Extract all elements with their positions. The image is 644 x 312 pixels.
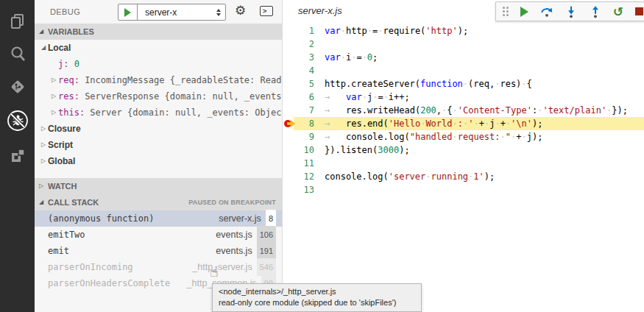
- line-number[interactable]: 6: [295, 91, 314, 104]
- code-line[interactable]: 2: [283, 38, 644, 51]
- code-line[interactable]: 1var·http·=·require('http');: [283, 24, 644, 38]
- line-number[interactable]: 7: [295, 104, 314, 117]
- glyph-margin[interactable]: [283, 91, 295, 104]
- variables-scope-row[interactable]: ▷Closure: [35, 121, 282, 137]
- code-line[interactable]: 4: [283, 64, 644, 77]
- watch-section-header[interactable]: ▷ WATCH: [35, 178, 282, 194]
- glyph-margin[interactable]: [283, 104, 295, 117]
- glyph-margin[interactable]: [283, 77, 295, 91]
- glyph-margin[interactable]: [283, 130, 295, 143]
- debug-toolbar: ↺: [495, 1, 644, 21]
- tooltip-note: read-only core module (skipped due to 's…: [219, 297, 415, 308]
- frame-file-name: _http_server.js: [192, 259, 252, 275]
- twistie-icon: ◢: [39, 194, 48, 210]
- variable-name: req:: [58, 75, 85, 85]
- variable-row[interactable]: ▷this: Server {domain: null, _events: Ob…: [35, 104, 282, 121]
- frame-function-name: emitTwo: [48, 227, 85, 243]
- files-icon[interactable]: [0, 12, 35, 32]
- launch-config-select[interactable]: server-x: [138, 7, 213, 18]
- frame-file-name: server-x.js: [219, 210, 261, 227]
- code-area[interactable]: 1var·http·=·require('http');23var·i·=·0;…: [283, 24, 644, 196]
- glyph-margin[interactable]: [283, 157, 295, 170]
- call-stack-frame[interactable]: (anonymous function)server-x.js8: [35, 210, 282, 227]
- variable-name: this:: [58, 107, 90, 118]
- code-text: var·i·=·0;: [325, 51, 378, 64]
- glyph-margin[interactable]: [283, 38, 295, 51]
- restart-button[interactable]: ↺: [613, 5, 623, 18]
- variables-section-header[interactable]: ◢ VARIABLES: [35, 24, 282, 40]
- watch-section-title: WATCH: [48, 178, 77, 194]
- code-text: →res.end('Hello·World·:·'·+·j·+·'\n');: [325, 117, 542, 130]
- extensions-icon[interactable]: [0, 146, 35, 166]
- call-stack-frame[interactable]: emitevents.js191: [35, 243, 282, 259]
- variable-row[interactable]: j: 0: [35, 56, 282, 72]
- variable-value: IncomingMessage {_readableState: Readabl…: [85, 75, 282, 85]
- code-line[interactable]: 11: [283, 157, 644, 170]
- step-into-button[interactable]: [565, 5, 578, 18]
- glyph-margin[interactable]: [283, 51, 295, 64]
- twistie-icon: ▷: [39, 178, 48, 194]
- debug-console-icon[interactable]: >: [260, 6, 273, 16]
- variables-scope-row[interactable]: ▷Global: [35, 153, 282, 169]
- start-debug-button[interactable]: [118, 4, 138, 20]
- line-number[interactable]: 5: [295, 77, 314, 91]
- launch-config-spinner-icon[interactable]: [213, 9, 225, 16]
- line-number[interactable]: 13: [295, 183, 314, 196]
- code-line[interactable]: 5http.createServer(function·(req,·res)·{: [283, 77, 644, 91]
- step-over-button[interactable]: [540, 5, 553, 18]
- glyph-margin[interactable]: [283, 183, 295, 196]
- code-line[interactable]: 10}).listen(3000);: [283, 143, 644, 157]
- code-line[interactable]: 7→res.writeHead(200,·{·'Content-Type':·'…: [283, 104, 644, 117]
- glyph-margin[interactable]: [283, 143, 295, 157]
- code-line[interactable]: 9→console.log("handled·request:·"·+·j);: [283, 130, 644, 143]
- call-stack-frame[interactable]: emitTwoevents.js106: [35, 227, 282, 243]
- variables-scope-row[interactable]: ◢Local: [35, 40, 282, 56]
- stop-button[interactable]: [634, 5, 644, 18]
- source-control-icon[interactable]: [0, 77, 35, 98]
- debug-icon[interactable]: [0, 109, 35, 132]
- line-number[interactable]: 10: [295, 143, 314, 157]
- code-line[interactable]: 3var·i·=·0;: [283, 51, 644, 64]
- tooltip-path: <node_internals>/_http_server.js: [219, 286, 415, 297]
- search-icon[interactable]: [0, 44, 35, 65]
- line-number[interactable]: 1: [295, 24, 314, 38]
- toolbar-drag-handle-icon[interactable]: [503, 7, 509, 16]
- code-text: console.log('server·running·1');: [325, 170, 495, 183]
- twistie-icon: ◢: [39, 40, 48, 56]
- frame-line-badge: 8: [266, 210, 276, 227]
- code-line[interactable]: 12console.log('server·running·1');: [283, 170, 644, 183]
- glyph-margin[interactable]: [283, 24, 295, 38]
- variable-value: Server {domain: null, _events: Object, …: [90, 107, 282, 118]
- configure-gear-icon[interactable]: ⚙: [235, 3, 246, 18]
- variables-scope-row[interactable]: ▷Script: [35, 137, 282, 153]
- frame-function-name: (anonymous function): [48, 210, 155, 227]
- code-line[interactable]: 8→res.end('Hello·World·:·'·+·j·+·'\n');: [283, 117, 644, 130]
- variable-row[interactable]: ▷res: ServerResponse {domain: null, _eve…: [35, 88, 282, 104]
- play-icon: [124, 8, 131, 17]
- breakpoint-current-icon[interactable]: [283, 117, 295, 130]
- glyph-margin[interactable]: [283, 170, 295, 183]
- vscode-debug-window: DEBUG server-x ⚙ > ◢ VARIABLES ◢Localj: …: [0, 0, 644, 312]
- glyph-margin[interactable]: [283, 64, 295, 77]
- code-line[interactable]: 13: [283, 183, 644, 196]
- twistie-icon: ▷: [39, 137, 48, 153]
- line-number[interactable]: 4: [295, 64, 314, 77]
- line-number[interactable]: 8: [295, 117, 314, 130]
- step-out-button[interactable]: [589, 5, 602, 18]
- call-stack-frame[interactable]: parserOnIncoming_http_server.js546: [35, 259, 282, 275]
- hand-cursor-icon: ☝: [210, 263, 219, 280]
- call-stack-list: (anonymous function)server-x.js8emitTwoe…: [35, 210, 282, 291]
- line-number[interactable]: 3: [295, 51, 314, 64]
- variable-name: j:: [58, 59, 74, 69]
- variable-row[interactable]: ▷req: IncomingMessage {_readableState: R…: [35, 72, 282, 88]
- frame-line-badge: 191: [257, 242, 276, 260]
- line-number[interactable]: 11: [295, 157, 314, 170]
- call-stack-section-header[interactable]: ◢ CALL STACK PAUSED ON BREAKPOINT: [35, 194, 282, 210]
- frame-line-badge: 546: [257, 258, 276, 276]
- line-number[interactable]: 9: [295, 130, 314, 143]
- continue-button[interactable]: [520, 5, 529, 18]
- line-number[interactable]: 12: [295, 170, 314, 183]
- code-text: →res.writeHead(200,·{·'Content-Type':·'t…: [325, 104, 628, 117]
- line-number[interactable]: 2: [295, 38, 314, 51]
- code-line[interactable]: 6→var·j·=·i++;: [283, 91, 644, 104]
